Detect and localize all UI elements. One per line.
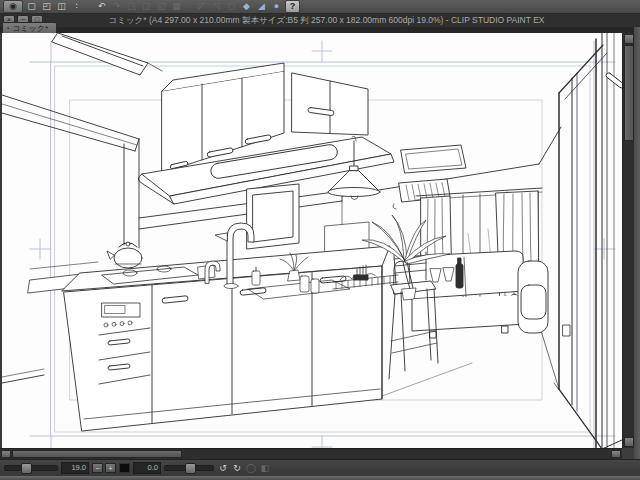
object-select-icon[interactable]: ◆ (240, 1, 253, 12)
scroll-right-button[interactable] (611, 450, 621, 458)
zoom-slider-handle[interactable] (21, 463, 32, 474)
horizontal-scroll-thumb[interactable] (12, 450, 182, 458)
snap-ruler-icon[interactable]: ◸ (195, 1, 208, 12)
clip-studio-logo-icon[interactable]: ◉ (3, 0, 23, 13)
reset-rotation-icon[interactable]: ◯ (245, 463, 257, 474)
zoom-value: 19.0 (61, 462, 89, 474)
zoom-buttons: −+ (92, 463, 116, 473)
rotation-slider[interactable] (164, 465, 214, 471)
rotation-slider-handle[interactable] (185, 463, 196, 474)
fill-icon[interactable]: ◲ (140, 1, 153, 12)
scroll-left-button[interactable] (1, 450, 11, 458)
line-art-drawing (2, 33, 622, 448)
command-bar: ◉▢◰◫∶↶↷◳◲◱▦◸◹◻◆◢●? (0, 0, 640, 14)
new-file-icon[interactable]: ▢ (25, 1, 38, 12)
scroll-up-button[interactable] (624, 34, 634, 44)
title-bar: ×−□ コミック* (A4 297.00 x 210.00mm 製本サイズ:B5… (0, 14, 640, 28)
fit-screen-button[interactable] (119, 463, 130, 473)
save-file-icon[interactable]: ◫ (55, 1, 68, 12)
toolbar-icons: ◉▢◰◫∶↶↷◳◲◱▦◸◹◻◆◢●? (3, 0, 302, 13)
rotate-right-icon[interactable]: ↻ (231, 463, 243, 474)
clear-icon[interactable]: ◳ (125, 1, 138, 12)
pen-cursor-icon[interactable]: ◢ (255, 1, 268, 12)
snap-grid-icon[interactable]: ◻ (225, 1, 238, 12)
rotation-value: 0.0 (133, 462, 161, 474)
zoom-out-icon[interactable]: − (92, 463, 103, 473)
ceiling-light-panel (401, 145, 466, 173)
help-icon[interactable]: ? (285, 0, 300, 13)
zoom-in-icon[interactable]: + (105, 463, 116, 473)
window-bottom-edge (0, 476, 640, 480)
canvas-viewport[interactable] (2, 33, 622, 448)
clip-studio-window: ◉▢◰◫∶↶↷◳◲◱▦◸◹◻◆◢●? ×−□ コミック* (A4 297.00 … (0, 0, 640, 480)
snap-special-ruler-icon[interactable]: ◹ (210, 1, 223, 12)
anchor-pin-icon[interactable]: ● (270, 1, 283, 12)
modified-indicator-icon: ▪ (7, 24, 9, 32)
open-file-icon[interactable]: ◰ (40, 1, 53, 12)
horizontal-scrollbar[interactable] (0, 448, 622, 459)
free-transform-icon[interactable]: ▦ (170, 1, 183, 12)
more-options-icon[interactable]: ∶ (70, 1, 83, 12)
document-tab-label: コミック* (12, 23, 48, 34)
rotate-left-icon[interactable]: ↺ (217, 463, 229, 474)
vertical-scroll-thumb[interactable] (624, 45, 634, 141)
undo-icon[interactable]: ↶ (95, 1, 108, 12)
scroll-down-button[interactable] (624, 437, 634, 447)
scale-rotate-icon[interactable]: ◱ (155, 1, 168, 12)
zoom-slider[interactable] (4, 465, 58, 471)
flip-horizontal-icon[interactable]: ◧ (259, 463, 271, 474)
window-title: コミック* (A4 297.00 x 210.00mm 製本サイズ:B5 判 2… (43, 15, 640, 27)
vertical-scrollbar[interactable] (622, 33, 634, 448)
canvas-status-bar: 19.0 −+ 0.0 ↺↻◯◧ (0, 459, 640, 476)
rotate-buttons: ↺↻◯◧ (217, 463, 271, 474)
document-tab[interactable]: ▪ コミック* (2, 22, 57, 33)
redo-icon[interactable]: ↷ (110, 1, 123, 12)
window-right-edge (634, 27, 640, 459)
